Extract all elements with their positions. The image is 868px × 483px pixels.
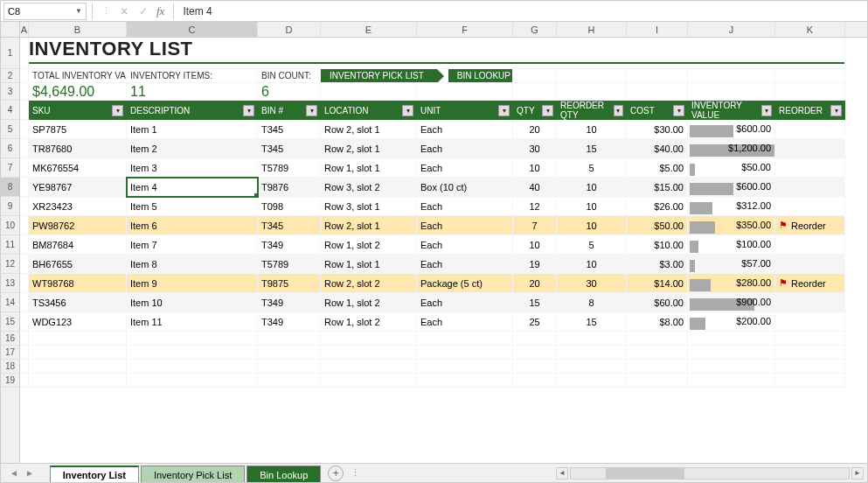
table-cell[interactable]: T5789 <box>258 158 321 178</box>
table-cell[interactable]: BH67655 <box>29 255 127 274</box>
table-cell[interactable]: $15.00 <box>627 178 688 197</box>
table-header[interactable]: DESCRIPTION▾ <box>127 101 258 120</box>
row-header[interactable]: 14 <box>1 293 19 312</box>
table-cell[interactable]: Each <box>417 255 513 274</box>
table-cell[interactable]: Row 2, slot 2 <box>321 274 417 293</box>
col-header-E[interactable]: E <box>321 22 417 37</box>
row-header[interactable]: 18 <box>1 360 19 374</box>
table-cell[interactable]: 10 <box>513 158 557 178</box>
table-cell[interactable]: Row 2, slot 1 <box>321 120 417 139</box>
table-cell[interactable] <box>775 293 845 312</box>
row-header[interactable]: 9 <box>1 197 19 216</box>
row-header[interactable]: 11 <box>1 235 19 255</box>
table-cell[interactable]: TR87680 <box>29 139 127 158</box>
table-cell[interactable]: 15 <box>557 139 627 158</box>
table-header[interactable]: UNIT▾ <box>417 101 513 120</box>
row-header[interactable]: 15 <box>1 312 19 332</box>
table-cell[interactable]: T098 <box>258 197 321 216</box>
table-cell[interactable]: $57.00 <box>688 255 775 274</box>
filter-icon[interactable]: ▾ <box>673 105 684 116</box>
tab-first-icon[interactable]: ◄ <box>8 468 20 478</box>
row-header[interactable]: 5 <box>1 120 19 139</box>
table-cell[interactable]: BM87684 <box>29 235 127 255</box>
worksheet[interactable]: INVENTORY LISTTOTAL INVENTORY VALUEINVEN… <box>20 38 867 463</box>
row-header[interactable]: 10 <box>1 216 19 235</box>
table-header[interactable]: SKU▾ <box>29 101 127 120</box>
table-cell[interactable]: Each <box>417 120 513 139</box>
row-header[interactable]: 8 <box>1 178 19 197</box>
table-cell[interactable]: $600.00 <box>688 120 775 139</box>
table-cell[interactable]: 5 <box>557 235 627 255</box>
table-cell[interactable]: Item 10 <box>127 293 258 312</box>
hscroll-thumb[interactable] <box>606 468 684 479</box>
row-header[interactable]: 13 <box>1 274 19 293</box>
name-box[interactable]: C8 ▼ <box>3 3 87 20</box>
table-cell[interactable]: T9876 <box>258 178 321 197</box>
hscroll-right[interactable]: ► <box>851 467 864 480</box>
table-cell[interactable] <box>775 178 845 197</box>
table-cell[interactable]: PW98762 <box>29 216 127 235</box>
table-cell[interactable]: $1,200.00 <box>688 139 775 158</box>
table-cell[interactable]: ⚑Reorder <box>775 216 845 235</box>
table-cell[interactable]: 19 <box>513 255 557 274</box>
filter-icon[interactable]: ▾ <box>761 105 772 116</box>
table-cell[interactable]: Row 1, slot 2 <box>321 293 417 312</box>
bin-lookup-button[interactable]: BIN LOOKUP <box>448 69 513 83</box>
table-cell[interactable]: Row 1, slot 2 <box>321 312 417 332</box>
table-cell[interactable]: $3.00 <box>627 255 688 274</box>
table-cell[interactable]: Row 3, slot 2 <box>321 178 417 197</box>
table-header[interactable]: INVENTORY VALUE▾ <box>688 101 775 120</box>
row-header[interactable]: 2 <box>1 69 19 83</box>
table-header[interactable]: REORDER▾ <box>775 101 845 120</box>
table-cell[interactable] <box>775 235 845 255</box>
col-header-D[interactable]: D <box>258 22 321 37</box>
row-header[interactable]: 19 <box>1 374 19 388</box>
row-header[interactable]: 6 <box>1 139 19 158</box>
col-header-F[interactable]: F <box>417 22 513 37</box>
table-cell[interactable]: Row 1, slot 1 <box>321 158 417 178</box>
table-cell[interactable]: Row 1, slot 1 <box>321 255 417 274</box>
table-cell[interactable]: Each <box>417 158 513 178</box>
table-cell[interactable]: $60.00 <box>627 293 688 312</box>
table-cell[interactable]: Item 5 <box>127 197 258 216</box>
table-cell[interactable]: $8.00 <box>627 312 688 332</box>
table-cell[interactable] <box>775 158 845 178</box>
table-cell[interactable]: YE98767 <box>29 178 127 197</box>
table-cell[interactable]: Each <box>417 216 513 235</box>
table-cell[interactable]: 15 <box>557 312 627 332</box>
hscroll-left[interactable]: ◄ <box>556 467 568 480</box>
table-cell[interactable]: Each <box>417 235 513 255</box>
table-header[interactable]: LOCATION▾ <box>321 101 417 120</box>
table-cell[interactable]: $350.00 <box>688 216 775 235</box>
table-cell[interactable]: 10 <box>557 120 627 139</box>
table-cell[interactable]: T345 <box>258 139 321 158</box>
row-header[interactable]: 1 <box>1 38 19 69</box>
table-cell[interactable]: Each <box>417 312 513 332</box>
table-header[interactable]: REORDER QTY▾ <box>557 101 627 120</box>
table-cell[interactable]: 12 <box>513 197 557 216</box>
table-header[interactable]: COST▾ <box>627 101 688 120</box>
col-header-G[interactable]: G <box>513 22 557 37</box>
table-cell[interactable]: $30.00 <box>627 120 688 139</box>
table-cell[interactable] <box>775 255 845 274</box>
col-header-J[interactable]: J <box>688 22 775 37</box>
table-cell[interactable]: 10 <box>557 255 627 274</box>
table-cell[interactable]: 30 <box>557 274 627 293</box>
table-cell[interactable]: $50.00 <box>688 158 775 178</box>
table-cell[interactable]: XR23423 <box>29 197 127 216</box>
table-cell[interactable]: T345 <box>258 216 321 235</box>
table-cell[interactable]: Each <box>417 139 513 158</box>
table-cell[interactable] <box>775 312 845 332</box>
table-cell[interactable]: $280.00 <box>688 274 775 293</box>
row-header[interactable]: 3 <box>1 83 19 101</box>
table-cell[interactable]: 10 <box>557 178 627 197</box>
table-cell[interactable]: Item 1 <box>127 120 258 139</box>
table-cell[interactable]: $5.00 <box>627 158 688 178</box>
table-cell[interactable] <box>775 139 845 158</box>
filter-icon[interactable]: ▾ <box>243 105 254 116</box>
table-cell[interactable]: TS3456 <box>29 293 127 312</box>
row-header[interactable]: 16 <box>1 332 19 346</box>
table-cell[interactable]: T349 <box>258 293 321 312</box>
accept-icon[interactable]: ✓ <box>137 5 149 18</box>
table-cell[interactable]: $900.00 <box>688 293 775 312</box>
